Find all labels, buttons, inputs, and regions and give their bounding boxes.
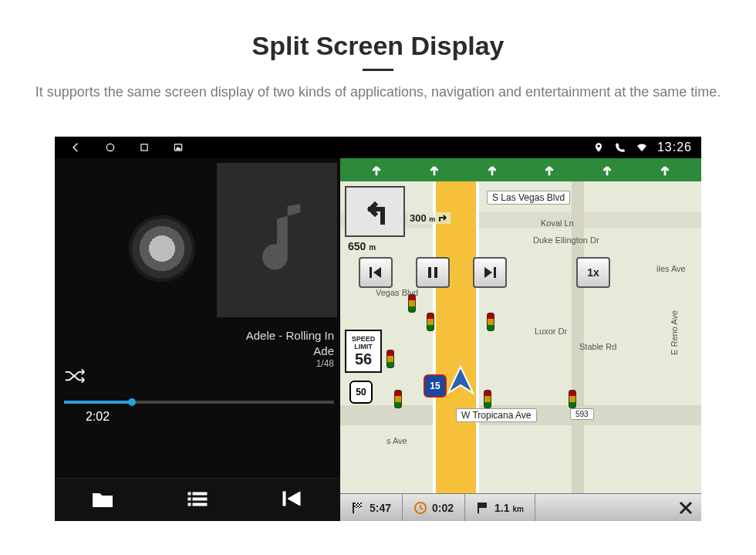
street-label: Stable Rd — [579, 342, 616, 351]
seek-bar[interactable] — [64, 401, 334, 404]
nav-close-button[interactable] — [670, 494, 701, 521]
turn-right-small-icon — [438, 215, 449, 222]
traffic-light-icon — [427, 313, 434, 331]
elapsed-time: 2:02 — [86, 410, 110, 424]
svg-rect-19 — [353, 503, 354, 513]
traffic-light-icon — [386, 350, 394, 368]
location-icon — [592, 141, 605, 154]
route-shield: 50 — [349, 381, 373, 404]
page-subtitle: It supports the same screen display of t… — [31, 82, 725, 103]
interstate-shield: 15 — [424, 374, 447, 398]
lane-arrow-icon — [599, 161, 616, 178]
svg-marker-17 — [484, 267, 492, 278]
nav-eta[interactable]: 5:47 — [340, 494, 403, 521]
close-icon — [678, 500, 694, 516]
wifi-icon — [636, 141, 648, 154]
nav-duration[interactable]: 0:02 — [403, 494, 465, 521]
lane-guidance-bar — [340, 158, 701, 181]
music-note-icon — [242, 198, 312, 283]
street-label: Koval Ln — [541, 218, 574, 228]
phone-icon — [614, 141, 626, 154]
street-label: W Tropicana Ave — [456, 408, 537, 422]
svg-rect-10 — [283, 492, 285, 506]
title-accent — [363, 69, 393, 71]
home-icon[interactable] — [104, 141, 116, 154]
nav-prev-button[interactable] — [359, 257, 393, 288]
device-frame: 13:26 Adele - Rolling In Ade 1/48 — [55, 137, 701, 521]
svg-rect-25 — [478, 503, 479, 513]
picture-icon — [172, 141, 184, 154]
nav-bottom-bar: 5:47 0:02 1.1 km — [340, 493, 701, 521]
svg-rect-5 — [193, 492, 207, 495]
street-label: Luxor Dr — [535, 327, 567, 336]
svg-point-0 — [106, 144, 113, 151]
vinyl-record-icon[interactable] — [129, 215, 195, 282]
svg-rect-6 — [188, 498, 191, 500]
folder-button[interactable] — [92, 489, 113, 511]
turn-left-icon — [359, 198, 390, 225]
page-title: Split Screen Display — [31, 31, 725, 61]
traffic-light-icon — [394, 390, 402, 408]
track-metadata: Adele - Rolling In Ade 1/48 — [246, 328, 334, 371]
flag-icon — [476, 501, 490, 515]
playlist-button[interactable] — [187, 489, 208, 511]
current-turn-distance: 650 m — [348, 240, 376, 252]
nav-pause-button[interactable] — [416, 257, 450, 288]
previous-track-button[interactable] — [282, 489, 303, 511]
street-label: E Reno Ave — [670, 310, 679, 355]
flag-icon — [351, 501, 365, 515]
street-label: iles Ave — [656, 264, 686, 273]
lane-arrow-icon — [484, 161, 501, 178]
svg-rect-8 — [188, 503, 191, 506]
traffic-light-icon — [487, 313, 494, 331]
svg-marker-11 — [288, 492, 300, 506]
speed-limit-sign: SPEED LIMIT 56 — [345, 330, 382, 373]
svg-marker-18 — [448, 367, 473, 393]
nav-control-row: 1x — [359, 257, 610, 288]
svg-rect-12 — [370, 267, 372, 278]
map-route — [433, 181, 479, 493]
track-artist: Ade — [246, 343, 334, 359]
lane-arrow-icon — [426, 161, 443, 178]
street-label: Duke Ellington Dr — [533, 235, 599, 245]
svg-rect-7 — [193, 498, 207, 500]
back-icon[interactable] — [70, 141, 83, 154]
svg-marker-3 — [176, 147, 181, 150]
next-turn-distance: 300 m — [408, 212, 451, 224]
svg-rect-26 — [479, 503, 487, 508]
lane-arrow-icon — [541, 161, 558, 178]
traffic-light-icon — [569, 390, 576, 408]
svg-marker-13 — [373, 267, 381, 278]
clock: 13:26 — [657, 140, 692, 154]
lane-arrow-icon — [656, 161, 673, 178]
svg-rect-9 — [193, 503, 207, 506]
svg-rect-21 — [354, 503, 362, 508]
svg-rect-4 — [188, 492, 191, 495]
recent-apps-icon[interactable] — [138, 141, 150, 154]
svg-rect-16 — [494, 267, 496, 278]
navigation-pane: S Las Vegas Blvd Koval Ln Duke Ellington… — [340, 158, 701, 521]
street-label: s Ave — [386, 436, 407, 445]
album-art-placeholder — [217, 163, 337, 317]
svg-rect-14 — [428, 267, 431, 278]
next-turn-panel — [345, 186, 405, 237]
track-title: Adele - Rolling In — [246, 328, 334, 343]
traffic-light-icon — [408, 294, 416, 313]
music-bottom-bar — [55, 478, 340, 521]
shuffle-button[interactable] — [64, 368, 86, 387]
street-number-label: 593 — [570, 408, 594, 420]
status-bar: 13:26 — [55, 137, 701, 158]
nav-next-button[interactable] — [473, 257, 507, 288]
svg-rect-1 — [141, 144, 147, 151]
svg-rect-15 — [434, 267, 437, 278]
traffic-light-icon — [484, 390, 491, 408]
music-pane: Adele - Rolling In Ade 1/48 2:02 — [55, 158, 340, 521]
lane-arrow-icon — [368, 161, 385, 178]
nav-speed-button[interactable]: 1x — [576, 257, 610, 288]
street-label: S Las Vegas Blvd — [487, 191, 570, 205]
nav-distance[interactable]: 1.1 km — [465, 494, 535, 521]
vehicle-position-icon — [445, 365, 476, 396]
music-art-area: Adele - Rolling In Ade 1/48 2:02 — [55, 158, 340, 478]
map-road — [572, 181, 584, 493]
clock-flag-icon — [413, 501, 427, 515]
